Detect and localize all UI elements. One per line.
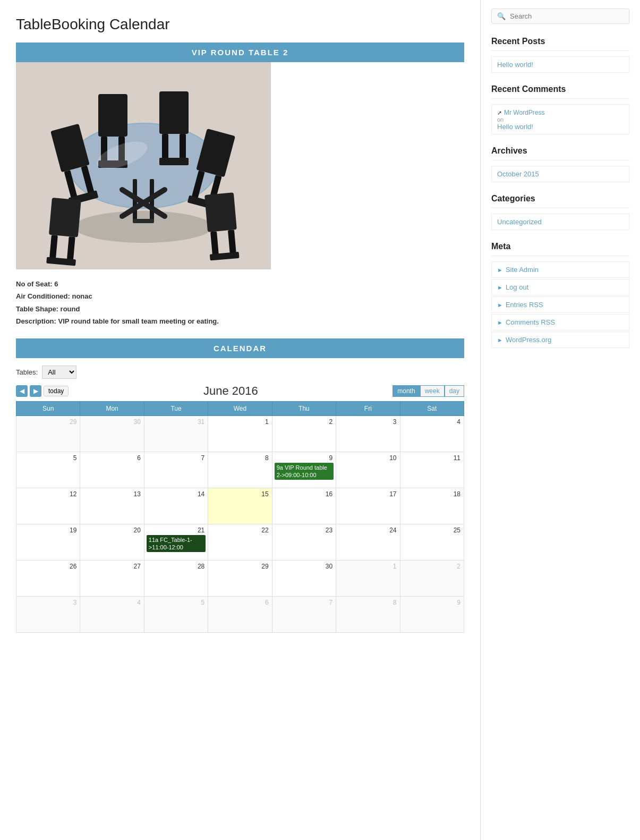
meta-comments-rss[interactable]: ►Comments RSS bbox=[491, 314, 629, 330]
calendar-cell[interactable]: 2 bbox=[400, 560, 464, 596]
svg-rect-28 bbox=[204, 192, 237, 232]
month-view-button[interactable]: month bbox=[392, 385, 420, 397]
calendar-cell[interactable]: 7 bbox=[272, 596, 336, 632]
calendar-cell[interactable]: 6 bbox=[80, 452, 144, 488]
day-number: 19 bbox=[19, 527, 78, 534]
meta-wordpress-org[interactable]: ►WordPress.org bbox=[491, 332, 629, 348]
prev-month-button[interactable]: ◀ bbox=[16, 385, 28, 397]
comment-user[interactable]: Mr WordPress bbox=[504, 109, 544, 116]
description-value: VIP round table for small team meeting o… bbox=[58, 317, 218, 325]
day-view-button[interactable]: day bbox=[445, 385, 464, 397]
calendar-cell[interactable]: 13 bbox=[80, 488, 144, 524]
calendar-cell[interactable]: 3 bbox=[336, 415, 400, 452]
calendar-cell[interactable]: 27 bbox=[80, 560, 144, 596]
calendar-cell[interactable]: 7 bbox=[144, 452, 208, 488]
dow-tue: Tue bbox=[144, 401, 208, 415]
next-month-button[interactable]: ▶ bbox=[30, 385, 41, 397]
calendar-cell[interactable]: 99a VIP Round table 2->09:00-10:00 bbox=[272, 452, 336, 488]
calendar-cell[interactable]: 2 bbox=[272, 415, 336, 452]
meta-site-admin[interactable]: ►Site Admin bbox=[491, 261, 629, 278]
calendar-cell[interactable]: 8 bbox=[336, 596, 400, 632]
calendar-cell[interactable]: 23 bbox=[272, 524, 336, 560]
calendar-cell[interactable]: 8 bbox=[208, 452, 272, 488]
day-number: 30 bbox=[275, 563, 334, 570]
calendar-cell[interactable]: 24 bbox=[336, 524, 400, 560]
calendar-cell[interactable]: 14 bbox=[144, 488, 208, 524]
dow-mon: Mon bbox=[80, 401, 144, 415]
day-number: 14 bbox=[147, 490, 206, 498]
day-number: 24 bbox=[338, 527, 397, 534]
day-number: 17 bbox=[338, 490, 397, 498]
archives-title: Archives bbox=[491, 146, 629, 160]
tables-dropdown-row: Tables: All bbox=[16, 366, 464, 379]
calendar-cell[interactable]: 1 bbox=[336, 560, 400, 596]
calendar-cell[interactable]: 5 bbox=[144, 596, 208, 632]
calendar-cell[interactable]: 22 bbox=[208, 524, 272, 560]
day-number: 16 bbox=[275, 490, 334, 498]
sidebar: 🔍 Recent Posts Hello world! Recent Comme… bbox=[481, 0, 640, 840]
calendar-cell[interactable]: 1 bbox=[208, 415, 272, 452]
recent-posts-title: Recent Posts bbox=[491, 37, 629, 51]
table-section-header: VIP ROUND TABLE 2 bbox=[16, 43, 464, 62]
search-box: 🔍 bbox=[491, 9, 629, 24]
calendar-section: CALENDAR Tables: All ◀ ▶ today June 2016… bbox=[16, 338, 464, 633]
calendar-cell[interactable]: 19 bbox=[16, 524, 80, 560]
calendar-event[interactable]: 9a VIP Round table 2->09:00-10:00 bbox=[275, 463, 334, 480]
calendar-cell[interactable]: 29 bbox=[208, 560, 272, 596]
day-number: 8 bbox=[210, 454, 269, 462]
recent-post-item[interactable]: Hello world! bbox=[491, 56, 629, 73]
calendar-cell[interactable]: 12 bbox=[16, 488, 80, 524]
svg-point-1 bbox=[74, 211, 212, 243]
dow-wed: Wed bbox=[208, 401, 272, 415]
calendar-cell[interactable]: 6 bbox=[208, 596, 272, 632]
dow-sun: Sun bbox=[16, 401, 80, 415]
day-number: 11 bbox=[403, 454, 462, 462]
categories-title: Categories bbox=[491, 194, 629, 208]
day-number: 2 bbox=[403, 563, 462, 570]
comment-on-label: on bbox=[497, 116, 624, 123]
day-number: 15 bbox=[210, 490, 269, 498]
calendar-cell[interactable]: 31 bbox=[144, 415, 208, 452]
dow-fri: Fri bbox=[336, 401, 400, 415]
calendar-cell[interactable]: 3 bbox=[16, 596, 80, 632]
calendar-cell[interactable]: 4 bbox=[400, 415, 464, 452]
day-number: 26 bbox=[19, 563, 78, 570]
calendar-cell[interactable]: 5 bbox=[16, 452, 80, 488]
week-view-button[interactable]: week bbox=[420, 385, 445, 397]
today-button[interactable]: today bbox=[44, 386, 69, 396]
calendar-cell[interactable]: 4 bbox=[80, 596, 144, 632]
calendar-cell[interactable]: 25 bbox=[400, 524, 464, 560]
calendar-cell[interactable]: 30 bbox=[272, 560, 336, 596]
external-link-icon: ➚ bbox=[497, 109, 502, 116]
calendar-table: Sun Mon Tue Wed Thu Fri Sat 293031123456… bbox=[16, 401, 464, 633]
calendar-cell[interactable]: 18 bbox=[400, 488, 464, 524]
archive-item[interactable]: October 2015 bbox=[491, 166, 629, 182]
calendar-cell[interactable]: 29 bbox=[16, 415, 80, 452]
sidebar-categories: Categories Uncategorized bbox=[491, 194, 629, 230]
calendar-cell[interactable]: 10 bbox=[336, 452, 400, 488]
calendar-cell[interactable]: 15 bbox=[208, 488, 272, 524]
comment-post-link[interactable]: Hello world! bbox=[497, 123, 624, 131]
day-number: 5 bbox=[19, 454, 78, 462]
calendar-cell[interactable]: 16 bbox=[272, 488, 336, 524]
calendar-cell[interactable]: 17 bbox=[336, 488, 400, 524]
no-of-seat-value: 6 bbox=[54, 280, 58, 288]
main-content: TableBooking Calendar VIP ROUND TABLE 2 bbox=[0, 0, 481, 840]
category-item[interactable]: Uncategorized bbox=[491, 214, 629, 230]
calendar-cell[interactable]: 30 bbox=[80, 415, 144, 452]
search-input[interactable] bbox=[510, 12, 624, 20]
meta-log-out[interactable]: ►Log out bbox=[491, 279, 629, 295]
day-number: 23 bbox=[275, 527, 334, 534]
calendar-cell[interactable]: 28 bbox=[144, 560, 208, 596]
day-number: 7 bbox=[275, 599, 334, 606]
calendar-event[interactable]: 11a FC_Table-1->11:00-12:00 bbox=[147, 535, 206, 553]
dow-thu: Thu bbox=[272, 401, 336, 415]
day-number: 28 bbox=[147, 563, 206, 570]
calendar-cell[interactable]: 2111a FC_Table-1->11:00-12:00 bbox=[144, 524, 208, 560]
calendar-cell[interactable]: 9 bbox=[400, 596, 464, 632]
tables-select[interactable]: All bbox=[42, 366, 76, 379]
meta-entries-rss[interactable]: ►Entries RSS bbox=[491, 296, 629, 313]
calendar-cell[interactable]: 26 bbox=[16, 560, 80, 596]
calendar-cell[interactable]: 20 bbox=[80, 524, 144, 560]
calendar-cell[interactable]: 11 bbox=[400, 452, 464, 488]
